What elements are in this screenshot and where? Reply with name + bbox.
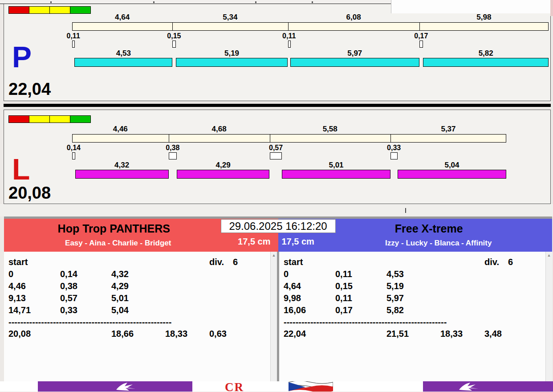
run-time-label: 5,97 bbox=[347, 49, 362, 58]
cumulative-time-cell: 0 bbox=[284, 269, 289, 279]
run-time-cell: 4,53 bbox=[386, 269, 404, 279]
lane-letter: P bbox=[12, 42, 32, 72]
split-time-label: 5,98 bbox=[476, 13, 491, 22]
overlapping-window-corner bbox=[391, 0, 550, 13]
table-row: 14,71 0,33 5,04 bbox=[4, 305, 277, 317]
run-time-cell: 4,29 bbox=[111, 281, 129, 291]
changeover-time-cell: 0,15 bbox=[335, 281, 353, 291]
division-value: 6 bbox=[508, 257, 513, 267]
jump-height-label: 17,5 cm bbox=[282, 237, 314, 247]
cr-logo-text: CR bbox=[225, 381, 244, 392]
time-difference-cell: 3,48 bbox=[484, 329, 502, 339]
changeover-time-cell: 0,33 bbox=[60, 305, 77, 315]
run-time-bar bbox=[74, 58, 172, 67]
dog-names: Easy - Aina - Charlie - Bridget bbox=[4, 239, 232, 248]
start-light-2 bbox=[29, 6, 50, 14]
cumulative-time-cell: 9,98 bbox=[284, 293, 301, 303]
scroll-up-icon[interactable]: ▲ bbox=[546, 252, 552, 257]
changeover-marker-box bbox=[390, 152, 398, 159]
table-row: 0 0,11 4,53 bbox=[279, 269, 552, 281]
split-time-label: 4,64 bbox=[115, 13, 130, 22]
record-time-cell: 18,33 bbox=[440, 329, 463, 339]
changeover-time-label: 0,57 bbox=[269, 144, 283, 152]
split-total-bar bbox=[72, 22, 549, 31]
scrollbar[interactable]: ▲ bbox=[270, 252, 277, 381]
mid-gap bbox=[0, 204, 553, 216]
start-label: start bbox=[284, 257, 303, 267]
scrollbar[interactable]: ▲ bbox=[545, 252, 552, 381]
split-divider-tick bbox=[419, 22, 420, 31]
cumulative-time-cell: 9,13 bbox=[8, 293, 26, 303]
changeover-marker-box bbox=[169, 152, 177, 159]
run-time-label: 5,01 bbox=[329, 161, 343, 170]
result-tables: start div. 6 0 0,14 4,32 4,46 0,38 4,29 … bbox=[4, 252, 552, 381]
start-lights bbox=[8, 115, 91, 123]
split-divider-tick bbox=[169, 134, 169, 143]
division-value: 6 bbox=[233, 257, 238, 267]
changeover-time-cell: 0,14 bbox=[60, 269, 77, 279]
table-row: 9,98 0,11 5,97 bbox=[279, 293, 552, 305]
start-light-2 bbox=[29, 115, 50, 123]
separator-line: ----------------------------------------… bbox=[284, 317, 447, 327]
dog-names: Izzy - Lucky - Blanca - Affinity bbox=[325, 239, 553, 248]
split-divider-tick bbox=[390, 134, 391, 143]
window-frame-edge bbox=[550, 0, 553, 16]
division-label: div. bbox=[209, 257, 224, 267]
totals-row: 22,04 21,51 18,33 3,48 bbox=[279, 329, 552, 341]
sponsor-logos-strip: CR bbox=[0, 381, 553, 392]
run-time-label: 5,04 bbox=[444, 161, 459, 170]
cutoff-tab-mark bbox=[312, 1, 313, 3]
cutoff-tab-mark bbox=[153, 1, 155, 3]
timing-app-window: P22,044,640,114,535,340,155,196,080,115,… bbox=[0, 0, 553, 392]
lane-letter: L bbox=[12, 155, 30, 184]
start-light-1 bbox=[8, 6, 29, 14]
changeover-marker-box bbox=[419, 41, 423, 48]
start-light-3 bbox=[49, 115, 70, 123]
changeover-time-cell: 0,17 bbox=[335, 305, 353, 315]
cutoff-tab-mark bbox=[50, 1, 52, 3]
table-row: 9,13 0,57 5,01 bbox=[4, 293, 277, 305]
czech-flag-icon bbox=[289, 381, 333, 392]
time-difference-cell: 0,63 bbox=[209, 329, 227, 339]
run-time-label: 4,53 bbox=[116, 49, 131, 58]
split-total-bar bbox=[72, 134, 506, 143]
table-row: 0 0,14 4,32 bbox=[4, 269, 277, 281]
changeover-time-label: 0,11 bbox=[67, 32, 80, 40]
lane-left-L: L20,084,460,144,324,680,384,295,580,575,… bbox=[4, 110, 551, 204]
sponsor-logo-left bbox=[38, 381, 192, 392]
changeover-time-cell: 0,57 bbox=[60, 293, 77, 303]
start-label: start bbox=[8, 257, 28, 267]
run-time-cell: 5,19 bbox=[386, 281, 404, 291]
cumulative-time-cell: 0 bbox=[8, 269, 13, 279]
table-header-row: start div. 6 bbox=[4, 257, 277, 269]
changeover-time-label: 0,11 bbox=[282, 32, 296, 40]
run-time-bar bbox=[282, 170, 390, 179]
text-cursor-mark bbox=[405, 208, 406, 213]
lane-divider bbox=[4, 104, 551, 107]
totals-row: 20,08 18,66 18,33 0,63 bbox=[4, 329, 277, 341]
table-header-row: start div. 6 bbox=[279, 257, 552, 269]
cumulative-time-cell: 16,06 bbox=[284, 305, 306, 315]
start-light-4 bbox=[70, 115, 91, 123]
scoreboard: Hop Trop PANTHERS Easy - Aina - Charlie … bbox=[4, 216, 552, 381]
changeover-time-label: 0,14 bbox=[67, 144, 81, 152]
split-divider-tick bbox=[288, 22, 289, 31]
changeover-time-label: 0,15 bbox=[167, 32, 181, 40]
split-divider-tick bbox=[270, 134, 270, 143]
team-name: Free X-treme bbox=[306, 222, 553, 235]
run-time-label: 5,82 bbox=[479, 49, 493, 58]
table-row: 4,64 0,15 5,19 bbox=[279, 281, 552, 293]
run-time-bar bbox=[290, 58, 419, 67]
scroll-up-icon[interactable]: ▲ bbox=[271, 252, 277, 257]
run-time-bar bbox=[177, 170, 269, 179]
scoreboard-headers: Hop Trop PANTHERS Easy - Aina - Charlie … bbox=[4, 219, 552, 252]
run-time-bar bbox=[176, 58, 288, 67]
table-row: 16,06 0,17 5,82 bbox=[279, 305, 552, 317]
split-time-label: 4,68 bbox=[212, 125, 227, 134]
lane-track: 4,640,114,535,340,155,196,080,115,975,98… bbox=[72, 13, 549, 72]
changeover-time-cell: 0,11 bbox=[335, 293, 352, 303]
start-light-3 bbox=[49, 6, 70, 14]
lane-total-time: 20,08 bbox=[8, 184, 51, 203]
changeover-time-cell: 0,38 bbox=[60, 281, 77, 291]
run-time-cell: 5,82 bbox=[386, 305, 404, 315]
